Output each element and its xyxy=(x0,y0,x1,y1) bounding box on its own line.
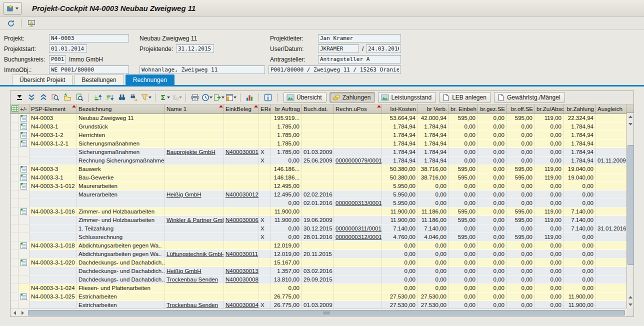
tab-rechnungen[interactable]: Rechnungen xyxy=(126,74,174,85)
row-selector[interactable] xyxy=(10,224,18,233)
col-header-bez[interactable]: Bezeichnung xyxy=(77,104,165,114)
export-icon[interactable] xyxy=(213,92,225,104)
projektleiter-field[interactable] xyxy=(318,34,401,42)
row-selector[interactable] xyxy=(10,131,18,140)
document-search-icon[interactable] xyxy=(74,92,86,104)
zahlungen-button[interactable]: Zahlungen xyxy=(330,92,376,103)
invoice-item-link[interactable]: 0000000312/0001 xyxy=(336,234,382,240)
collapse-node-icon[interactable] xyxy=(20,183,27,190)
row-selector[interactable] xyxy=(10,276,18,284)
col-header-brverb[interactable]: br Verb. xyxy=(418,104,449,114)
col-header-psp[interactable]: PSP-Element xyxy=(30,104,77,114)
collapse-node-icon[interactable] xyxy=(20,132,27,138)
selection-menu-icon[interactable] xyxy=(14,92,26,104)
sort-descending-icon[interactable] xyxy=(104,92,116,104)
scroll-up-line-icon[interactable] xyxy=(627,294,634,300)
horizontal-scroll-track[interactable] xyxy=(28,310,625,316)
col-header-brauftrag[interactable]: br Auftrag xyxy=(271,104,302,114)
collapse-all-icon[interactable] xyxy=(38,92,50,104)
scroll-right-icon[interactable] xyxy=(18,309,26,316)
row-selector[interactable] xyxy=(10,199,18,208)
address-field[interactable] xyxy=(268,66,401,74)
row-selector[interactable] xyxy=(10,242,18,250)
expand-all-icon[interactable] xyxy=(26,92,38,104)
vendor-link[interactable]: Trockenbau Senden xyxy=(166,302,218,308)
col-header-exp[interactable]: +/- xyxy=(18,104,30,114)
row-selector[interactable] xyxy=(10,174,18,182)
row-selector[interactable] xyxy=(10,216,18,224)
purchase-order-link[interactable]: N400030001 xyxy=(226,149,258,155)
row-selector[interactable] xyxy=(10,122,18,131)
vendor-link[interactable]: Winkler & Partner GmbH xyxy=(166,217,224,223)
row-selector[interactable] xyxy=(10,190,18,199)
row-selector[interactable] xyxy=(10,267,18,276)
collapse-node-icon[interactable] xyxy=(20,208,27,215)
collapse-node-icon[interactable] xyxy=(20,166,27,172)
select-all-header[interactable] xyxy=(10,104,18,114)
col-header-eink[interactable]: EinkBeleg xyxy=(224,104,259,114)
purchase-order-link[interactable]: N400030008 xyxy=(226,276,258,282)
row-selector[interactable] xyxy=(10,140,18,148)
folder-icon[interactable] xyxy=(62,92,74,104)
scroll-down-line-icon[interactable] xyxy=(627,120,634,128)
collapse-node-icon[interactable] xyxy=(20,124,27,130)
projektende-field[interactable] xyxy=(176,44,214,53)
gew-hrlstg-m-ngel-button[interactable]: Gewährlstg./Mängel xyxy=(494,92,565,103)
col-header-brgezse[interactable]: br.gez.SE xyxy=(478,104,507,114)
collapse-node-icon[interactable] xyxy=(20,115,27,122)
scroll-left-icon[interactable] xyxy=(10,309,18,316)
invoice-item-link[interactable]: 0000000311/0001 xyxy=(336,226,382,232)
row-selector[interactable] xyxy=(10,156,18,165)
collapse-node-icon[interactable] xyxy=(20,260,27,266)
purchase-order-link[interactable]: N400030004 xyxy=(226,302,258,308)
sum-icon[interactable]: Σ xyxy=(158,92,170,104)
bersicht-button[interactable]: Übersicht xyxy=(284,92,326,103)
row-selector[interactable] xyxy=(10,233,18,242)
tab-bestellungen[interactable]: Bestellungen xyxy=(74,74,124,85)
refresh-icon[interactable] xyxy=(5,18,17,30)
col-header-ausgleich[interactable]: Ausgleich xyxy=(596,104,626,114)
vertical-scroll-thumb[interactable] xyxy=(628,145,634,265)
purchase-order-link[interactable]: N400030013 xyxy=(226,268,258,274)
row-selector[interactable] xyxy=(10,208,18,216)
sort-ascending-icon[interactable] xyxy=(92,92,104,104)
collapse-node-icon[interactable] xyxy=(20,242,27,249)
vertical-scrollbar[interactable] xyxy=(626,113,634,308)
col-header-broffse[interactable]: br.off.SE xyxy=(507,104,535,114)
immoobj-field[interactable] xyxy=(49,66,129,74)
immoobj-name-field[interactable] xyxy=(140,66,265,74)
binoculars-next-icon[interactable] xyxy=(128,92,140,104)
purchase-order-link[interactable]: N400030006 xyxy=(226,217,258,223)
invoice-item-link[interactable]: 0000000079/0001 xyxy=(336,158,382,164)
col-header-brzahlung[interactable]: br.Zahlung xyxy=(564,104,596,114)
scroll-down-icon[interactable] xyxy=(627,301,634,308)
scroll-up-icon[interactable] xyxy=(627,113,634,120)
collapse-node-icon[interactable] xyxy=(20,294,27,300)
projekt-field[interactable] xyxy=(49,34,129,42)
row-selector[interactable] xyxy=(10,182,18,190)
chart-icon[interactable] xyxy=(244,92,256,104)
vendor-link[interactable]: Bauprojekte GmbH xyxy=(166,149,216,155)
purchase-order-link[interactable]: N400030011 xyxy=(226,251,258,257)
session-menu-icon[interactable] xyxy=(4,2,22,14)
collapse-node-icon[interactable] xyxy=(20,174,27,181)
clock-views-icon[interactable] xyxy=(201,92,213,104)
vendor-link[interactable]: Heißig GmbH xyxy=(166,268,202,274)
search-icon[interactable] xyxy=(50,92,62,104)
horizontal-scrollbar[interactable] xyxy=(10,308,626,316)
user-field[interactable] xyxy=(318,44,359,53)
print-icon[interactable] xyxy=(189,92,201,104)
horizontal-scroll-thumb[interactable] xyxy=(28,310,625,316)
buchungskreis-field[interactable] xyxy=(49,55,66,64)
row-selector[interactable] xyxy=(10,258,18,267)
layout-icon[interactable] xyxy=(225,92,237,104)
projektstart-field[interactable] xyxy=(49,44,87,53)
row-selector[interactable] xyxy=(10,165,18,174)
row-selector[interactable] xyxy=(10,284,18,292)
tab-bersicht-projekt[interactable]: Übersicht Projekt xyxy=(12,74,72,85)
purchase-order-link[interactable]: N400030012 xyxy=(226,192,258,198)
info-icon[interactable] xyxy=(262,92,274,104)
row-selector[interactable] xyxy=(10,250,18,258)
col-header-brzuabsc[interactable]: br.Zu/Absc xyxy=(535,104,564,114)
row-selector[interactable] xyxy=(10,292,18,301)
